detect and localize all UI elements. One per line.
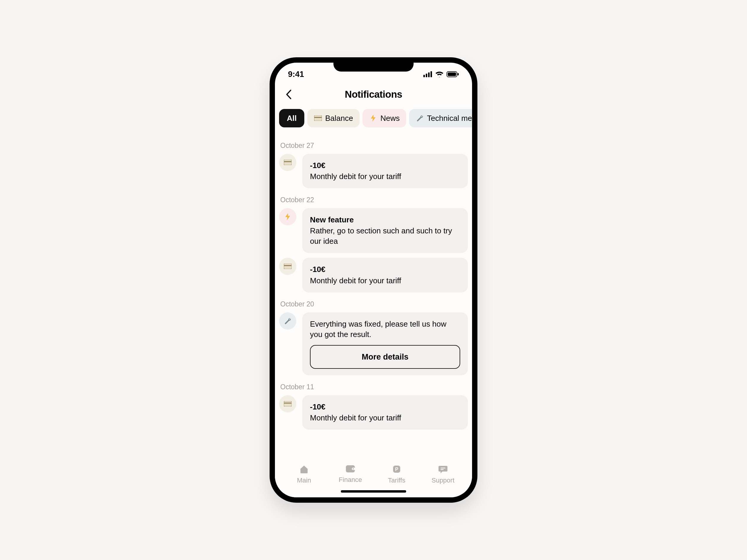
notification-body: Monthly debit for your tariff (310, 276, 460, 286)
notification-body: Monthly debit for your tariff (310, 413, 460, 423)
date-label: October 27 (280, 142, 468, 150)
card-icon (314, 114, 322, 122)
date-label: October 11 (280, 383, 468, 391)
svg-rect-11 (284, 264, 291, 269)
notification-body: Everything was fixed, please tell us how… (310, 319, 460, 340)
home-indicator[interactable] (341, 490, 406, 492)
notification-list[interactable]: October 27 -10€ Monthly debit for your t… (275, 131, 472, 459)
card-icon (284, 401, 291, 407)
header: Notifications (275, 83, 472, 105)
filter-all[interactable]: All (279, 109, 304, 127)
tab-tariffs[interactable]: P Tariffs (377, 465, 416, 484)
notification-title: -10€ (310, 402, 460, 412)
svg-rect-8 (314, 117, 322, 118)
status-time: 9:41 (288, 70, 304, 79)
chat-icon (438, 465, 448, 474)
svg-rect-7 (314, 116, 322, 121)
tab-main-label: Main (297, 477, 311, 484)
tab-main[interactable]: Main (285, 465, 323, 484)
date-label: October 20 (280, 300, 468, 308)
tab-support[interactable]: Support (424, 465, 462, 484)
notification-item[interactable]: -10€ Monthly debit for your tariff (279, 258, 468, 292)
page-title: Notifications (345, 89, 402, 100)
filter-news-label: News (380, 114, 400, 123)
svg-rect-10 (284, 161, 291, 162)
back-button[interactable] (282, 88, 295, 101)
svg-rect-21 (441, 469, 443, 470)
avatar-balance (279, 395, 296, 412)
tariff-icon: P (392, 465, 401, 474)
svg-text:P: P (395, 467, 398, 472)
tab-tariffs-label: Tariffs (388, 477, 405, 484)
notification-item[interactable]: Everything was fixed, please tell us how… (279, 312, 468, 376)
notification-item[interactable]: -10€ Monthly debit for your tariff (279, 154, 468, 188)
svg-rect-12 (284, 265, 291, 266)
bolt-icon (285, 213, 291, 220)
notification-item[interactable]: New feature Rather, go to section such a… (279, 208, 468, 253)
bolt-icon (369, 114, 377, 122)
svg-rect-6 (458, 73, 459, 75)
wifi-icon (435, 71, 443, 77)
wallet-icon (345, 465, 355, 473)
screen: 9:41 Notifications (275, 62, 472, 498)
more-details-button[interactable]: More details (310, 345, 460, 369)
wrench-icon (284, 317, 291, 325)
date-label: October 22 (280, 196, 468, 204)
card-icon (284, 160, 291, 165)
home-icon (299, 465, 309, 474)
filter-technical-label: Technical mess... (427, 114, 472, 123)
svg-rect-0 (423, 75, 425, 77)
avatar-news (279, 208, 296, 225)
svg-rect-20 (441, 468, 445, 468)
avatar-balance (279, 154, 296, 171)
notification-bubble: -10€ Monthly debit for your tariff (302, 154, 468, 188)
svg-rect-5 (448, 73, 456, 76)
svg-rect-1 (426, 74, 427, 77)
svg-rect-13 (284, 401, 291, 407)
wrench-icon (416, 114, 424, 122)
notification-bubble: -10€ Monthly debit for your tariff (302, 258, 468, 292)
notification-bubble: New feature Rather, go to section such a… (302, 208, 468, 253)
svg-rect-14 (284, 403, 291, 404)
svg-rect-2 (428, 73, 430, 77)
notification-title: -10€ (310, 264, 460, 275)
card-icon (284, 264, 291, 269)
tab-support-label: Support (431, 477, 454, 484)
phone-frame: 9:41 Notifications (269, 57, 478, 503)
svg-rect-9 (284, 160, 291, 165)
avatar-technical (279, 312, 296, 330)
tab-finance[interactable]: Finance (331, 465, 370, 484)
avatar-balance (279, 258, 296, 275)
battery-icon (446, 71, 459, 77)
svg-point-17 (353, 468, 354, 469)
filter-all-label: All (287, 114, 297, 123)
stage: 9:41 Notifications (0, 0, 747, 560)
notification-item[interactable]: -10€ Monthly debit for your tariff (279, 395, 468, 430)
tab-finance-label: Finance (339, 476, 362, 484)
notification-title: New feature (310, 215, 460, 225)
notification-title: -10€ (310, 160, 460, 171)
filter-balance[interactable]: Balance (307, 109, 360, 127)
notification-body: Monthly debit for your tariff (310, 171, 460, 182)
filter-technical[interactable]: Technical mess... (409, 109, 472, 127)
filter-news[interactable]: News (362, 109, 406, 127)
chevron-left-icon (285, 90, 292, 100)
notch (333, 57, 414, 72)
notification-bubble: Everything was fixed, please tell us how… (302, 312, 468, 376)
filter-balance-label: Balance (325, 114, 353, 123)
cellular-icon (423, 71, 432, 77)
filter-chips[interactable]: All Balance News (275, 105, 472, 131)
notification-body: Rather, go to section such and such to t… (310, 226, 460, 247)
status-right (423, 71, 459, 77)
notification-bubble: -10€ Monthly debit for your tariff (302, 395, 468, 430)
svg-rect-3 (431, 71, 432, 77)
